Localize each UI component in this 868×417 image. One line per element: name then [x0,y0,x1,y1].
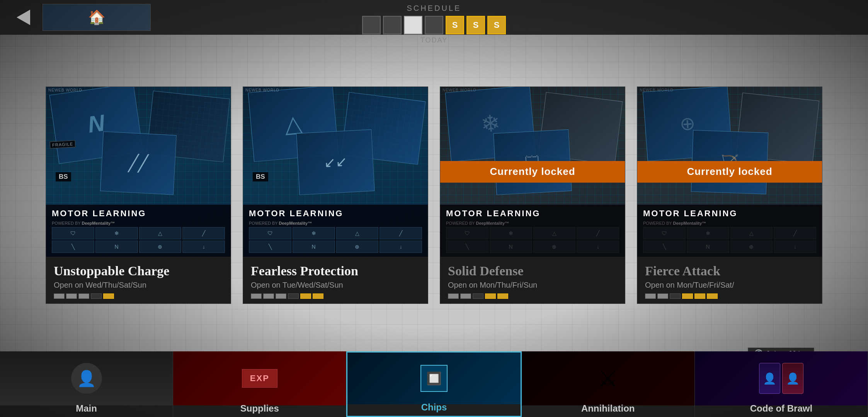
prog-2-2 [263,293,274,299]
bottom-nav: 👤 Main EXP Supplies 🔲 Chips ⚔ Annih [0,351,868,417]
motor-cell-2-1: 🛡 [249,227,291,239]
motor-sub-2: POWERED BY DeepMentality™ [249,221,422,225]
card-solid-defense[interactable]: ❄ 🛡 BS NEWEB WORLD MOTOR LEARNING POWERE… [440,86,625,304]
neweb-4: NEWEB WORLD [640,88,674,92]
card-4-schedule: Open on Mon/Tue/Fri/Sat/ [645,281,814,290]
prog-3-1 [448,293,459,299]
motor-grid-1b: ╲ N ⊕ ↓ [52,241,225,253]
back-button[interactable] [8,4,39,31]
schedule-box-7: S [487,16,506,34]
card-3-schedule: Open on Mon/Thu/Fri/Sun [448,281,617,290]
card-unstoppable-charge[interactable]: N ╱╱ BS FRAGILE NEWEB WORLD MOTOR LEARNI… [46,86,231,304]
motor-cell-4-3: △ [730,227,773,239]
motor-cell-4-4: ╱ [774,227,816,239]
motor-cell-4b-4: ↓ [774,241,816,253]
nav-item-annihilation[interactable]: ⚔ Annihilation [522,351,695,417]
schedule-box-1 [362,16,381,34]
home-button[interactable]: 🏠 [43,4,151,31]
motor-cell-1-3: △ [139,227,182,239]
motor-panel-2: MOTOR LEARNING POWERED BY DeepMentality™… [243,205,428,257]
nav-thumb-brawl: 👤 👤 [695,351,868,405]
motor-cell-4b-2: N [687,241,729,253]
back-arrow-icon [17,10,30,25]
motor-cell-4b-3: ⊕ [730,241,773,253]
motor-cell-1-4: ╱ [182,227,225,239]
motor-title-row-1: MOTOR LEARNING [52,208,225,219]
motor-panel-1: MOTOR LEARNING POWERED BY DeepMentality™… [46,205,231,257]
card-3-bottom: Solid Defense Open on Mon/Thu/Fri/Sun [440,257,625,303]
card-3-image: ❄ 🛡 BS NEWEB WORLD MOTOR LEARNING POWERE… [440,87,625,257]
neweb-2: NEWEB WORLD [245,88,279,92]
motor-cell-2b-3: ⊕ [336,241,379,253]
motor-grid-4: 🛡 ❄ △ ╱ [643,227,816,239]
motor-cell-4-2: ❄ [687,227,729,239]
card-1-art: N ╱╱ BS FRAGILE NEWEB WORLD MOTOR LEARNI… [46,87,231,257]
nav-thumb-annihilation: ⚔ [522,351,694,405]
motor-cell-2-3: △ [336,227,379,239]
prog-4-6 [707,293,718,299]
motor-cell-3b-4: ↓ [577,241,619,253]
motor-cell-1-1: 🛡 [52,227,94,239]
motor-big-1: MOTOR LEARNING [52,208,146,219]
motor-big-3: MOTOR LEARNING [446,208,540,219]
schedule-box-6: S [466,16,485,34]
motor-cell-3-3: △ [533,227,576,239]
prog-2-4 [288,293,299,299]
prog-4-4 [682,293,693,299]
motor-cell-3-1: 🛡 [446,227,488,239]
prog-2-1 [251,293,262,299]
motor-cell-3b-2: N [490,241,532,253]
motor-title-row-2: MOTOR LEARNING [249,208,422,219]
motor-panel-4: MOTOR LEARNING POWERED BY DeepMentality™… [637,205,822,257]
card-2-image: △ ↙↙ BS NEWEB WORLD MOTOR LEARNING POWER… [243,87,428,257]
prog-2-5 [300,293,311,299]
schedule-section: SCHEDULE S S S TODAY [362,4,506,44]
prog-3-4 [485,293,496,299]
card-2-schedule: Open on Tue/Wed/Sat/Sun [251,281,420,290]
motor-sub-1: POWERED BY DeepMentality™ [52,221,225,225]
card-4-image: ⊕ 🏹 BS NEWEB WORLD MOTOR LEARNING POWERE… [637,87,822,257]
motor-cell-3b-3: ⊕ [533,241,576,253]
card-4-title: Fierce Attack [645,264,814,278]
nav-item-main[interactable]: 👤 Main [0,351,173,417]
card-fierce-attack[interactable]: ⊕ 🏹 BS NEWEB WORLD MOTOR LEARNING POWERE… [637,86,822,304]
motor-grid-4b: ╲ N ⊕ ↓ [643,241,816,253]
nav-item-supplies[interactable]: EXP Supplies [173,351,346,417]
prog-1-1 [54,293,65,299]
chip-main: ╱╱ [100,131,177,195]
nav-thumb-chips: 🔲 [347,353,520,404]
prog-1-2 [66,293,77,299]
schedule-box-3 [404,16,422,34]
nav-item-chips[interactable]: 🔲 Chips [346,351,521,417]
card-2-bottom: Fearless Protection Open on Tue/Wed/Sat/… [243,257,428,303]
prog-3-5 [497,293,508,299]
motor-panel-3: MOTOR LEARNING POWERED BY DeepMentality™… [440,205,625,257]
motor-grid-1: 🛡 ❄ △ ╱ [52,227,225,239]
schedule-label: SCHEDULE [407,4,461,13]
nav-item-code-of-brawl[interactable]: 🕐 6 days 20 hrs 👤 👤 Code of Brawl [695,351,868,417]
lock-banner-4: Currently locked [637,161,822,183]
lock-banner-3: Currently locked [440,161,625,183]
cards-area: N ╱╱ BS FRAGILE NEWEB WORLD MOTOR LEARNI… [0,39,868,351]
card-3-progress [448,293,617,299]
neweb-1: NEWEB WORLD [48,88,82,92]
fragile-label-1: FRAGILE [50,140,76,148]
schedule-box-2 [383,16,402,34]
motor-cell-4-1: 🛡 [643,227,686,239]
motor-cell-3b-1: ╲ [446,241,488,253]
motor-big-2: MOTOR LEARNING [249,208,343,219]
card-2-art: △ ↙↙ BS NEWEB WORLD MOTOR LEARNING POWER… [243,87,428,257]
motor-cell-2-4: ╱ [380,227,422,239]
prog-3-3 [473,293,483,299]
prog-4-5 [694,293,705,299]
card-4-art: ⊕ 🏹 BS NEWEB WORLD MOTOR LEARNING POWERE… [637,87,822,257]
card-1-schedule: Open on Wed/Thu/Sat/Sun [54,281,223,290]
card-fearless-protection[interactable]: △ ↙↙ BS NEWEB WORLD MOTOR LEARNING POWER… [243,86,428,304]
motor-cell-3-2: ❄ [490,227,532,239]
motor-cell-1b-3: ⊕ [139,241,182,253]
motor-cell-1b-1: ╲ [52,241,94,253]
prog-1-4 [91,293,102,299]
chip-arrows: ↙↙ [296,129,374,195]
motor-title-row-3: MOTOR LEARNING [446,208,619,219]
motor-sub-3: POWERED BY DeepMentality™ [446,221,619,225]
